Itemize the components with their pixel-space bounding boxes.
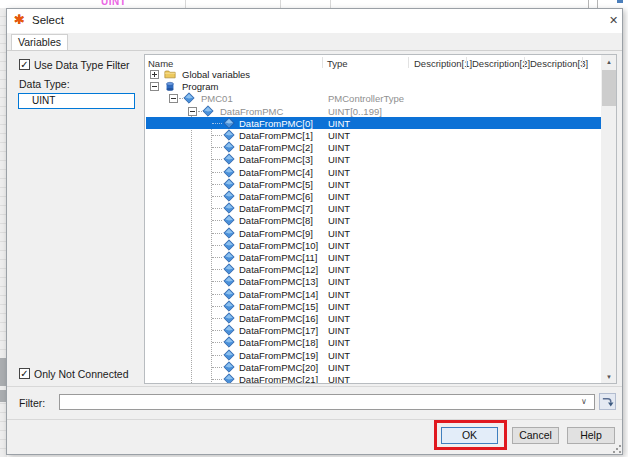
tree-row[interactable]: DataFromPMC[6]UINT xyxy=(146,190,601,202)
only-not-connected-checkbox[interactable]: ✓ xyxy=(19,368,30,379)
tree-row[interactable]: DataFromPMC[20]UINT xyxy=(146,361,601,373)
tree-item-name: DataFromPMC[4] xyxy=(239,167,313,178)
tree-item-type: UINT xyxy=(328,337,350,348)
scroll-down-icon[interactable]: ▼ xyxy=(601,370,617,384)
program-icon xyxy=(164,80,176,92)
tree-row[interactable]: DataFromPMC[9]UINT xyxy=(146,227,601,239)
tree-item-type: UINT xyxy=(328,167,350,178)
tree-connector xyxy=(212,147,222,148)
tree-item-name: DataFromPMC[21] xyxy=(239,374,318,384)
tree-item-type: UINT xyxy=(328,179,350,190)
tree-item-type: UINT xyxy=(328,252,350,263)
tree-connector xyxy=(212,318,222,319)
variable-icon xyxy=(223,373,235,384)
help-button[interactable]: Help xyxy=(567,427,615,444)
scroll-up-icon[interactable]: ▲ xyxy=(601,55,617,70)
tree-row[interactable]: DataFromPMC[21]UINT xyxy=(146,373,601,384)
tree-connector xyxy=(212,257,222,258)
curved-arrow-icon xyxy=(601,395,614,408)
variable-icon xyxy=(202,105,214,117)
data-type-input[interactable]: UINT xyxy=(18,93,135,109)
tree-connector xyxy=(212,355,222,356)
column-separator xyxy=(466,57,467,68)
tree-row[interactable]: PMC01PMControllerType xyxy=(146,92,601,104)
tree-row[interactable]: DataFromPMC[16]UINT xyxy=(146,312,601,324)
expander-plus-icon[interactable] xyxy=(150,70,159,79)
resize-grip[interactable] xyxy=(612,444,622,454)
tree-panel[interactable]: NameTypeDescription[1]Description[2]Desc… xyxy=(144,54,617,384)
tree-row[interactable]: DataFromPMC[12]UINT xyxy=(146,263,601,275)
tree-row[interactable]: DataFromPMCUINT[0..199] xyxy=(146,105,601,117)
tree-row[interactable]: DataFromPMC[15]UINT xyxy=(146,300,601,312)
filter-apply-button[interactable] xyxy=(599,393,616,410)
tree-item-type: UINT xyxy=(328,228,350,239)
tree-item-type: UINT xyxy=(328,240,350,251)
tree-row[interactable]: DataFromPMC[2]UINT xyxy=(146,141,601,153)
tree-item-type: UINT[0..199] xyxy=(328,106,382,117)
tree-connector xyxy=(212,123,222,124)
tree-connector xyxy=(212,159,222,160)
tree-row[interactable]: DataFromPMC[18]UINT xyxy=(146,336,601,348)
expander-minus-icon[interactable] xyxy=(169,94,178,103)
tree-row[interactable]: DataFromPMC[1]UINT xyxy=(146,129,601,141)
filter-combobox[interactable] xyxy=(59,394,595,410)
expander-minus-icon[interactable] xyxy=(188,107,197,116)
tree-item-name: DataFromPMC[3] xyxy=(239,154,313,165)
variable-icon xyxy=(223,178,235,190)
close-icon[interactable]: ✕ xyxy=(605,11,622,29)
tree-row[interactable]: DataFromPMC[11]UINT xyxy=(146,251,601,263)
tree-row[interactable]: Global variables xyxy=(146,68,601,80)
tree-row[interactable]: DataFromPMC[14]UINT xyxy=(146,288,601,300)
column-separator xyxy=(322,57,323,68)
tree-row[interactable]: DataFromPMC[4]UINT xyxy=(146,166,601,178)
tree-row[interactable]: DataFromPMC[5]UINT xyxy=(146,178,601,190)
use-data-type-filter-label: Use Data Type Filter xyxy=(34,59,130,71)
tree-item-name: DataFromPMC[11] xyxy=(239,252,317,263)
tree-connector xyxy=(212,208,222,209)
tree-row[interactable]: DataFromPMC[7]UINT xyxy=(146,202,601,214)
chevron-down-icon[interactable]: ∨ xyxy=(581,397,587,406)
tree-row[interactable]: DataFromPMC[3]UINT xyxy=(146,153,601,165)
variable-icon xyxy=(223,153,235,165)
title-bar[interactable]: ✱ Select ✕ xyxy=(7,9,622,33)
background-scrollbar-line xyxy=(588,0,589,8)
variable-icon xyxy=(223,300,235,312)
variable-icon xyxy=(223,324,235,336)
tree-row[interactable]: DataFromPMC[17]UINT xyxy=(146,324,601,336)
tree-item-type: UINT xyxy=(328,350,350,361)
vertical-scrollbar[interactable]: ▲ ▼ xyxy=(601,55,617,384)
tab-variables[interactable]: Variables xyxy=(11,34,68,50)
app-flower-icon: ✱ xyxy=(14,13,28,27)
tree-row[interactable]: Program xyxy=(146,80,601,92)
background-grid-line xyxy=(330,0,331,8)
scrollbar-thumb[interactable] xyxy=(602,70,616,106)
tree-item-name: DataFromPMC[19] xyxy=(239,350,318,361)
tree-row[interactable]: DataFromPMC[19]UINT xyxy=(146,349,601,361)
ok-button[interactable]: OK xyxy=(441,427,498,444)
tree-row[interactable]: DataFromPMC[10]UINT xyxy=(146,239,601,251)
data-type-label: Data Type: xyxy=(19,78,70,90)
tree-item-name: DataFromPMC[8] xyxy=(239,215,313,226)
background-grid-line xyxy=(185,0,186,8)
tree-item-name: DataFromPMC[10] xyxy=(239,240,318,251)
tree-connector xyxy=(212,184,222,185)
tree-connector xyxy=(212,196,222,197)
expander-minus-icon[interactable] xyxy=(150,82,159,91)
tree-row[interactable]: DataFromPMC[8]UINT xyxy=(146,214,601,226)
tree-row[interactable]: DataFromPMC[0]UINT xyxy=(146,117,601,129)
tree-connector xyxy=(212,135,222,136)
select-dialog: ✱ Select ✕ Variables ✓ Use Data Type Fil… xyxy=(6,8,623,455)
tree-item-name: DataFromPMC[20] xyxy=(239,362,318,373)
tree-row[interactable]: DataFromPMC[13]UINT xyxy=(146,275,601,287)
column-separator xyxy=(582,57,583,68)
tree-item-type: UINT xyxy=(328,289,350,300)
tree-item-type: UINT xyxy=(328,154,350,165)
variable-icon xyxy=(223,141,235,153)
use-data-type-filter-checkbox[interactable]: ✓ xyxy=(19,59,30,70)
tree-item-type: UINT xyxy=(328,215,350,226)
background-grid-line xyxy=(280,0,281,8)
cancel-button[interactable]: Cancel xyxy=(512,427,559,444)
tab-divider xyxy=(7,50,622,51)
tree-item-name: DataFromPMC[18] xyxy=(239,337,318,348)
variable-icon xyxy=(223,336,235,348)
